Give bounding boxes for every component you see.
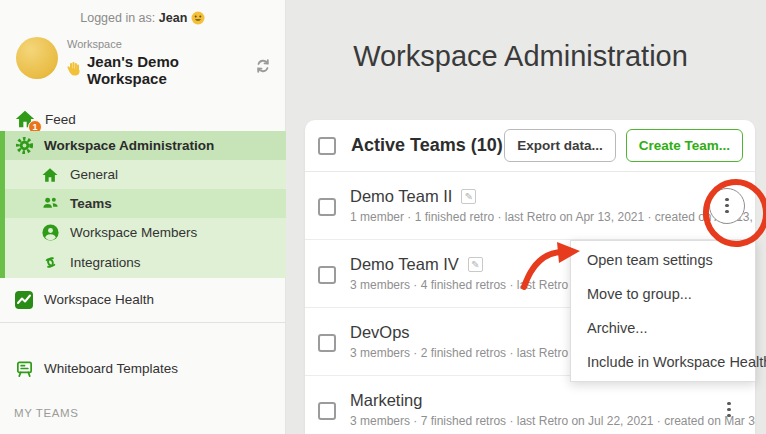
sidebar-item-label: Workspace Administration (44, 138, 214, 153)
sidebar-item-teams[interactable]: Teams (0, 189, 286, 218)
sidebar-item-label: Feed (45, 112, 76, 127)
home-icon (40, 165, 60, 185)
team-name: DevOps (350, 323, 410, 342)
feed-home-icon: 1 (14, 108, 36, 130)
sidebar-item-whiteboard-templates[interactable]: Whiteboard Templates (0, 351, 286, 385)
kebab-menu-icon (727, 402, 731, 418)
logged-in-user: Jean (159, 11, 188, 25)
select-all-checkbox[interactable] (318, 137, 336, 155)
workspace-name[interactable]: Jean's Demo Workspace (66, 53, 251, 87)
team-info: Marketing 3 members · 7 finished retros … (350, 391, 717, 428)
team-menu-button[interactable] (717, 398, 741, 422)
edit-team-icon[interactable]: ✎ (461, 189, 476, 204)
context-menu-item[interactable]: Move to group... (571, 277, 755, 311)
people-icon (40, 194, 60, 214)
wave-hand-icon (66, 61, 82, 80)
sidebar-item-label: Integrations (70, 255, 141, 270)
whiteboard-icon (14, 358, 34, 378)
sidebar-item-workspace-administration[interactable]: Workspace Administration (0, 131, 286, 160)
sidebar-divider (0, 322, 286, 323)
context-menu-item[interactable]: Include in Workspace Health (571, 345, 755, 379)
integrations-link-icon (40, 253, 60, 273)
sidebar-item-workspace-members[interactable]: Workspace Members (0, 218, 286, 247)
table-row: Marketing 3 members · 7 finished retros … (305, 376, 755, 434)
gear-icon (14, 136, 34, 156)
context-menu-item[interactable]: Open team settings (571, 243, 755, 277)
team-name: Demo Team IV (350, 255, 459, 274)
sidebar-item-label: Teams (70, 196, 112, 211)
page-title: Workspace Administration (286, 40, 755, 73)
kebab-menu-icon (725, 198, 729, 214)
team-name: Marketing (350, 391, 422, 410)
active-section-bar (0, 131, 5, 278)
sidebar-item-label: Whiteboard Templates (44, 361, 178, 376)
member-icon (40, 223, 60, 243)
logged-in-status: Logged in as: Jean (0, 11, 285, 28)
team-context-menu: Open team settingsMove to group...Archiv… (570, 240, 756, 382)
workspace-label: Workspace (67, 38, 122, 50)
create-team-button[interactable]: Create Team... (626, 129, 743, 162)
my-teams-heading: MY TEAMS (14, 407, 78, 419)
sidebar-item-feed[interactable]: 1 Feed (0, 104, 286, 134)
active-teams-title: Active Teams (10) (351, 135, 503, 156)
sidebar-item-label: General (70, 167, 118, 182)
logged-in-prefix: Logged in as: (80, 11, 155, 25)
workspace-name-text: Jean's Demo Workspace (87, 53, 251, 87)
context-menu-item[interactable]: Archive... (571, 311, 755, 345)
team-row-checkbox[interactable] (318, 198, 336, 216)
table-row: Demo Team II ✎ 1 member · 1 finished ret… (305, 172, 755, 240)
sidebar-item-workspace-health[interactable]: Workspace Health (0, 284, 286, 315)
team-row-checkbox[interactable] (318, 402, 336, 420)
workspace-avatar[interactable] (16, 37, 58, 79)
team-meta: 3 members · 7 finished retros · last Ret… (350, 414, 717, 428)
sidebar-item-label: Workspace Health (44, 292, 154, 307)
sidebar: Logged in as: Jean Workspace Jean's Demo… (0, 0, 286, 434)
team-meta: 1 member · 1 finished retro · last Retro… (350, 210, 709, 224)
active-teams-header: Active Teams (10) Export data... Create … (305, 120, 755, 172)
export-data-button[interactable]: Export data... (504, 129, 616, 162)
sidebar-item-integrations[interactable]: Integrations (0, 247, 286, 278)
workspace-admin-screen: Logged in as: Jean Workspace Jean's Demo… (0, 0, 766, 434)
team-menu-button-circled[interactable] (709, 188, 745, 224)
health-chart-icon (14, 290, 34, 310)
edit-team-icon[interactable]: ✎ (468, 257, 483, 272)
refresh-icon[interactable] (253, 56, 273, 76)
team-row-checkbox[interactable] (318, 266, 336, 284)
sidebar-item-label: Workspace Members (70, 225, 197, 240)
team-info: Demo Team II ✎ 1 member · 1 finished ret… (350, 187, 709, 224)
team-row-checkbox[interactable] (318, 334, 336, 352)
sidebar-item-general[interactable]: General (0, 160, 286, 189)
smiley-face-icon (191, 11, 205, 28)
team-name: Demo Team II (350, 187, 452, 206)
